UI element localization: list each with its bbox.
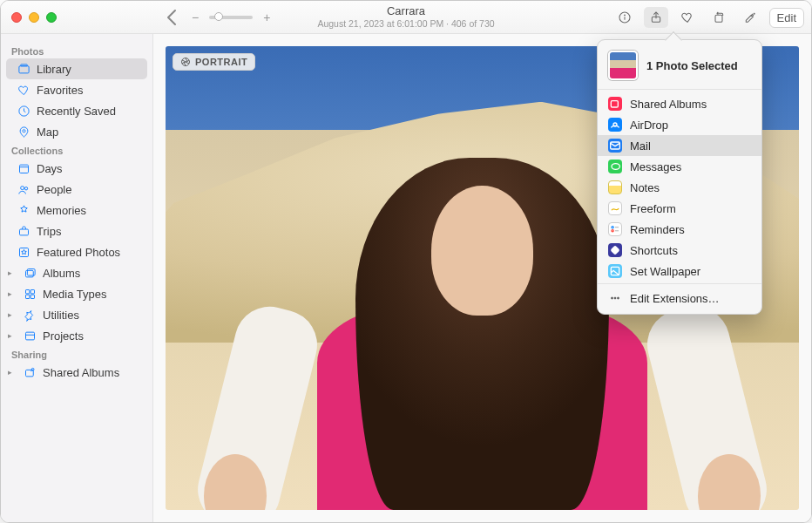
titlebar: − + Carrara August 21, 2023 at 6:01:00 P… — [1, 1, 811, 34]
svg-point-37 — [618, 297, 619, 299]
sidebar-item-map[interactable]: Map — [1, 121, 152, 142]
sidebar-item-featured-photos[interactable]: Featured Photos — [1, 241, 152, 262]
photos-app-window: − + Carrara August 21, 2023 at 6:01:00 P… — [0, 0, 812, 523]
back-button[interactable] — [162, 7, 183, 28]
portrait-badge[interactable]: PORTRAIT — [173, 53, 255, 71]
svg-point-36 — [614, 297, 616, 299]
sidebar-item-label: Map — [37, 126, 152, 139]
share-popover-header: 1 Photo Selected — [598, 47, 761, 87]
sidebar-item-label: Days — [37, 162, 152, 175]
share-item-label: Freeform — [630, 202, 676, 215]
sidebar-item-recently-saved[interactable]: Recently Saved — [1, 100, 152, 121]
toolbar-left: − + — [162, 1, 270, 34]
media-icon — [23, 287, 37, 301]
share-item-label: Notes — [630, 181, 660, 194]
edit-extensions-label: Edit Extensions… — [630, 292, 720, 305]
rotate-button[interactable] — [707, 7, 731, 28]
notes-icon — [608, 180, 622, 194]
svg-point-29 — [612, 227, 613, 228]
close-window-button[interactable] — [11, 12, 22, 23]
minimize-window-button[interactable] — [29, 12, 39, 23]
fullscreen-window-button[interactable] — [46, 12, 57, 23]
people-icon — [17, 182, 30, 196]
messages-icon — [608, 160, 622, 173]
freeform-icon — [608, 201, 622, 215]
heart-icon — [17, 83, 30, 97]
shared-icon — [608, 97, 622, 111]
share-item-label: Messages — [630, 160, 681, 173]
svg-rect-4 — [715, 15, 722, 22]
photo-title: Carrara — [317, 5, 494, 18]
svg-rect-6 — [20, 64, 27, 65]
svg-rect-21 — [25, 332, 34, 340]
share-item-shared-albums[interactable]: Shared Albums — [598, 93, 761, 114]
svg-point-35 — [612, 297, 613, 299]
mail-icon — [608, 139, 622, 153]
featured-icon — [17, 245, 30, 259]
edit-extensions-item[interactable]: Edit Extensions… — [598, 288, 761, 309]
divider — [598, 283, 761, 284]
divider — [598, 89, 761, 90]
memories-icon — [17, 203, 30, 217]
projects-icon — [23, 329, 37, 343]
sidebar-item-library[interactable]: Library — [6, 58, 147, 79]
photo-subtitle: August 21, 2023 at 6:01:00 PM · 406 of 7… — [317, 18, 494, 29]
chevron-right-icon[interactable]: ▸ — [8, 310, 17, 319]
sidebar-item-days[interactable]: Days — [1, 158, 152, 179]
aperture-icon — [180, 57, 191, 67]
svg-rect-5 — [18, 65, 28, 72]
edit-button[interactable]: Edit — [769, 8, 804, 28]
sidebar-item-label: Library — [37, 63, 147, 76]
share-item-set-wallpaper[interactable]: Set Wallpaper — [598, 261, 761, 282]
zoom-out-label: − — [192, 10, 199, 24]
share-item-reminders[interactable]: Reminders — [598, 219, 761, 240]
sidebar-item-label: Memories — [37, 204, 152, 217]
share-item-mail[interactable]: Mail — [598, 135, 761, 156]
sidebar-item-label: People — [37, 183, 152, 196]
chevron-right-icon[interactable]: ▸ — [8, 331, 17, 340]
sidebar-item-albums[interactable]: ▸Albums — [1, 262, 152, 283]
sidebar-group-title: Photos — [1, 43, 152, 58]
svg-rect-26 — [611, 101, 618, 107]
sidebar-item-trips[interactable]: Trips — [1, 221, 152, 241]
share-popover: 1 Photo Selected Shared AlbumsAirDropMai… — [597, 39, 762, 315]
window-controls — [1, 12, 57, 23]
chevron-right-icon[interactable]: ▸ — [8, 368, 17, 377]
clock-icon — [17, 104, 30, 118]
sidebar-item-people[interactable]: People — [1, 179, 152, 200]
extensions-icon — [608, 291, 622, 305]
share-item-shortcuts[interactable]: Shortcuts — [598, 240, 761, 261]
svg-rect-15 — [25, 270, 33, 277]
shortcuts-icon — [608, 243, 622, 257]
chevron-right-icon[interactable]: ▸ — [8, 268, 17, 277]
sidebar-item-utilities[interactable]: ▸Utilities — [1, 304, 152, 325]
reminders-icon — [608, 222, 622, 236]
zoom-slider[interactable] — [209, 16, 253, 19]
chevron-right-icon[interactable]: ▸ — [8, 289, 17, 298]
sidebar-item-label: Media Types — [43, 288, 152, 301]
svg-point-12 — [24, 187, 27, 189]
sidebar-item-projects[interactable]: ▸Projects — [1, 325, 152, 346]
share-item-freeform[interactable]: Freeform — [598, 198, 761, 219]
svg-rect-16 — [27, 268, 35, 275]
wallpaper-icon — [608, 264, 622, 278]
share-item-airdrop[interactable]: AirDrop — [598, 114, 761, 135]
info-button[interactable] — [612, 7, 637, 28]
sidebar-item-favorites[interactable]: Favorites — [1, 79, 152, 100]
sidebar-item-memories[interactable]: Memories — [1, 200, 152, 221]
sidebar-item-shared-albums[interactable]: ▸Shared Albums — [1, 362, 152, 383]
sidebar-item-media-types[interactable]: ▸Media Types — [1, 283, 152, 304]
share-item-messages[interactable]: Messages — [598, 156, 761, 177]
share-item-notes[interactable]: Notes — [598, 177, 761, 198]
share-thumbnail — [608, 51, 638, 80]
favorite-button[interactable] — [675, 7, 700, 28]
sidebar-item-label: Featured Photos — [37, 246, 152, 259]
svg-rect-13 — [19, 229, 28, 235]
auto-enhance-button[interactable] — [738, 7, 762, 28]
sidebar-group-title: Sharing — [1, 346, 152, 362]
svg-point-2 — [624, 15, 625, 16]
share-button[interactable] — [644, 7, 668, 28]
airdrop-icon — [608, 118, 622, 132]
share-item-label: Shared Albums — [630, 98, 707, 111]
map-icon — [17, 125, 30, 139]
